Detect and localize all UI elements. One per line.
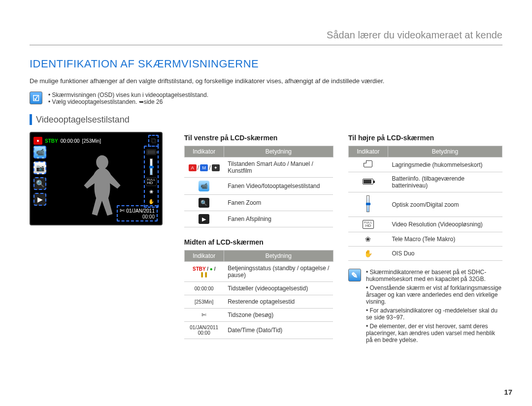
pencil-note-icon: ✎ [348,269,361,281]
mid-table: Indikator Betydning STBY / ● / ❚❚ Betjen… [184,250,333,339]
telemacro-icon: ❀ [348,232,388,247]
th-indicator: Indikator [348,146,388,157]
mode-icons: A/M/✦ [189,164,220,171]
zoom-tab-icon: 🔍 [33,177,46,190]
lcd-timer: 00:00:00 [61,138,80,144]
right-note-list: Skærmindikatorerne er baseret på et SDHC… [366,269,502,345]
timer-indicator: 00:00:00 [184,282,224,295]
right-table-title: Til højre på LCD-skærmen [348,134,502,142]
ois-icon: ✋ [348,247,388,261]
lcd-status-row: ● STBY 00:00:00 [253Min] [33,137,101,145]
lcd-remain: [253Min] [82,138,101,144]
row-meaning: Tidstæller (videooptagelsestid) [224,282,333,295]
row-meaning: Batteriinfo. (tilbageværende batterinive… [388,172,502,192]
row-meaning: Tilstanden Smart Auto / Manuel / Kunstfi… [224,157,333,178]
row-meaning: Resterende optagelsestid [224,295,333,309]
lcd-clock: 00:00 [142,214,155,219]
right-note-item: For advarselsindikatorer og -meddelelser… [366,307,502,321]
telemacro-icon: ❀ [146,187,156,195]
row-meaning: Betjeningsstatus (standby / optagelse / … [224,262,333,282]
video-tab-icon: 📹 [33,146,46,158]
top-note-item: Vælg videooptagelsestilstanden. ➥side 26 [48,98,208,105]
right-note: ✎ Skærmindikatorerne er baseret på et SD… [348,269,502,345]
th-indicator: Indikator [184,146,224,157]
th-meaning: Betydning [224,250,333,262]
subtitle: Videooptagelsestilstand [30,114,502,125]
row-meaning: OIS Duo [388,247,502,261]
th-indicator: Indikator [184,250,224,262]
row-meaning: Fanen Afspilning [224,211,333,227]
play-icon: ▶ [199,214,209,224]
lcd-date: 01/JAN/2011 [126,208,155,214]
row-meaning: Fanen Zoom [224,195,333,211]
timezone-icon: ✄ [201,312,206,318]
right-note-item: De elementer, der er vist herover, samt … [366,323,502,344]
table-row: ✄ Tidszone (besøg) [184,309,333,322]
zoom-bar-icon [366,195,369,212]
card-status-icon: ⧉ [148,135,159,147]
zoom-bar-icon [146,158,156,176]
timezone-icon: ✄ [120,207,125,214]
battery-icon [146,148,156,156]
record-mode-icon: ● [33,137,42,145]
table-row: 📹 Fanen Video/fotooptagelsestilstand [184,178,333,195]
page-header: Sådan lærer du videokameraet at kende [30,30,502,45]
check-icon: ☑ [30,92,42,104]
table-row: Lagringsmedie (hukommelseskort) [348,157,502,172]
page-number: 17 [504,388,512,396]
left-table: Indikator Betydning A/M/✦ Tilstanden Sma… [184,146,333,227]
row-meaning: Tidszone (besøg) [224,309,333,322]
table-row: ✋ OIS Duo [348,247,502,261]
table-row: Optisk zoom/Digital zoom [348,192,502,217]
page-header-title: Sådan lærer du videokameraet at kende [327,30,502,40]
table-row: [253Min] Resterende optagelsestid [184,295,333,309]
fullhd-icon: FULLHD [363,220,374,229]
intro-text: De mulige funktioner afhænger af den val… [30,77,502,85]
lcd-right-icons: FULLHD ❀ ✋ [144,146,159,208]
ois-icon: ✋ [146,197,156,205]
top-note: ☑ Skærmvisningen (OSD) vises kun i video… [30,92,502,105]
th-meaning: Betydning [388,146,502,157]
lcd-datetime: ✄ 01/JAN/2011 00:00 [117,205,158,221]
row-meaning: Optisk zoom/Digital zoom [388,192,502,217]
storage-card-icon [364,160,372,167]
th-meaning: Betydning [224,146,333,157]
subtitle-text: Videooptagelsestilstand [36,115,130,125]
row-meaning: Tele Macro (Tele Makro) [388,232,502,247]
photo-tab-icon: 📷 [33,161,46,174]
camera-tab-icon: 📹 [199,181,209,191]
subtitle-bar-icon [30,114,32,125]
mid-table-title: Midten af LCD-skærmen [184,238,333,246]
top-note-list: Skærmvisningen (OSD) vises kun i videoop… [48,92,208,105]
stby-label: STBY [45,138,58,144]
table-row: STBY / ● / ❚❚ Betjeningsstatus (standby … [184,262,333,282]
table-row: A/M/✦ Tilstanden Smart Auto / Manuel / K… [184,157,333,178]
right-table: Indikator Betydning Lagringsmedie (hukom… [348,146,502,261]
left-table-title: Til venstre på LCD-skærmen [184,134,333,142]
lcd-preview: ● STBY 00:00:00 [253Min] ⧉ 📹 📷 🔍 ▶ FULLH… [30,132,163,225]
lcd-left-tabs: 📹 📷 🔍 ▶ [33,146,46,206]
section-title: IDENTIFIKATION AF SKÆRMVISNINGERNE [30,58,502,70]
table-row: ▶ Fanen Afspilning [184,211,333,227]
row-meaning: Lagringsmedie (hukommelseskort) [388,157,502,172]
row-meaning: Video Resolution (Videoopløsning) [388,217,502,232]
row-meaning: Date/Time (Dato/Tid) [224,322,333,339]
table-row: 🔍 Fanen Zoom [184,195,333,211]
datetime-indicator: 01/JAN/2011 00:00 [184,322,224,339]
table-row: Batteriinfo. (tilbageværende batterinive… [348,172,502,192]
top-note-item: Skærmvisningen (OSD) vises kun i videoop… [48,92,208,98]
right-note-item: Skærmindikatorerne er baseret på et SDHC… [366,269,502,282]
hd-icon: FULLHD [146,178,156,186]
table-row: 00:00:00 Tidstæller (videooptagelsestid) [184,282,333,295]
table-row: FULLHD Video Resolution (Videoopløsning) [348,217,502,232]
right-note-item: Ovenstående skærm er vist af forklarings… [366,284,502,305]
zoom-icon: 🔍 [199,198,209,208]
table-row: 01/JAN/2011 00:00 Date/Time (Dato/Tid) [184,322,333,339]
row-meaning: Fanen Video/fotooptagelsestilstand [224,178,333,195]
table-row: ❀ Tele Macro (Tele Makro) [348,232,502,247]
battery-icon [363,179,373,185]
play-tab-icon: ▶ [33,193,46,206]
remain-indicator: [253Min] [184,295,224,309]
